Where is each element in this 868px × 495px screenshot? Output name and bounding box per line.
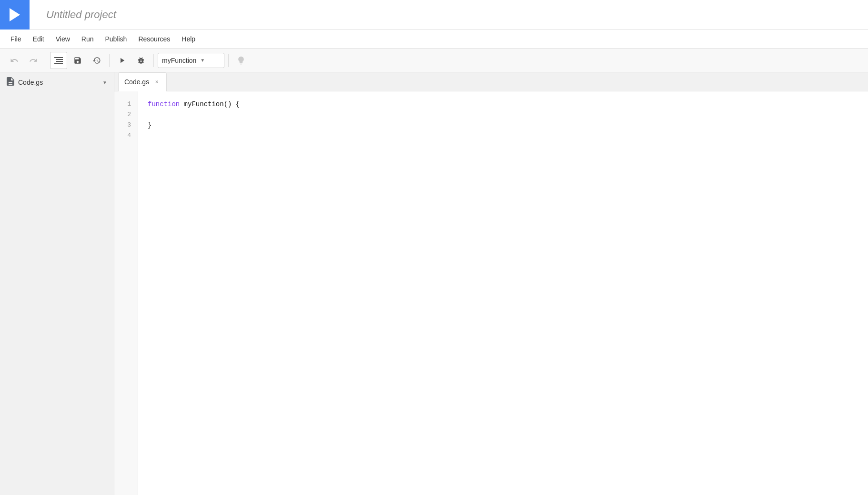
sidebar-file-dropdown-icon: ▼: [102, 80, 107, 85]
line-number-3: 3: [114, 120, 138, 130]
tab-bar: Code.gs ×: [114, 72, 868, 91]
function-dropdown-arrow-icon: ▼: [200, 58, 205, 63]
redo-button[interactable]: [25, 52, 42, 69]
menu-item-publish[interactable]: Publish: [99, 30, 132, 49]
debug-icon: [137, 56, 145, 65]
menu-item-view[interactable]: View: [50, 30, 76, 49]
code-line-1: function myFunction() {: [148, 99, 858, 109]
logo-button[interactable]: [0, 0, 30, 30]
code-editor[interactable]: 1 2 3 4 function myFunction() { }: [114, 91, 868, 495]
logo-arrow-icon: [10, 8, 20, 21]
save-icon: [73, 56, 82, 65]
function-name: myFunction: [162, 57, 196, 64]
svg-rect-2: [56, 61, 63, 62]
toolbar: myFunction ▼: [0, 49, 868, 72]
header: Untitled project: [0, 0, 868, 30]
file-icon: [7, 77, 14, 88]
svg-rect-3: [54, 63, 63, 64]
toolbar-separator-4: [228, 54, 229, 67]
menu-item-resources[interactable]: Resources: [132, 30, 176, 49]
redo-icon: [29, 56, 38, 65]
main-content: Code.gs ▼ Code.gs × 1 2 3 4 function myF…: [0, 72, 868, 495]
run-button[interactable]: [113, 52, 131, 69]
line-number-1: 1: [114, 99, 138, 109]
toolbar-separator-3: [153, 54, 154, 67]
code-content[interactable]: function myFunction() { }: [138, 91, 868, 495]
code-line-2: [148, 109, 858, 120]
code-line-3: }: [148, 120, 858, 130]
tab-close-button[interactable]: ×: [153, 78, 161, 86]
history-button[interactable]: [88, 52, 105, 69]
indent-icon: [54, 57, 63, 64]
toolbar-separator-1: [46, 54, 46, 67]
sidebar-item-code-gs[interactable]: Code.gs ▼: [0, 72, 114, 92]
menu-item-edit[interactable]: Edit: [27, 30, 50, 49]
undo-button[interactable]: [6, 52, 23, 69]
sidebar: Code.gs ▼: [0, 72, 114, 495]
sidebar-file-name: Code.gs: [18, 79, 99, 86]
svg-rect-0: [54, 57, 63, 58]
debug-button[interactable]: [132, 52, 150, 69]
tab-code-gs[interactable]: Code.gs ×: [118, 72, 167, 91]
run-icon: [118, 56, 126, 65]
undo-icon: [10, 56, 19, 65]
line-number-4: 4: [114, 130, 138, 141]
line-numbers: 1 2 3 4: [114, 91, 138, 495]
lightbulb-button[interactable]: [232, 52, 250, 69]
svg-rect-1: [56, 59, 63, 60]
lightbulb-icon: [236, 56, 246, 65]
menu-item-help[interactable]: Help: [176, 30, 201, 49]
menubar: File Edit View Run Publish Resources Hel…: [0, 30, 868, 49]
tab-label: Code.gs: [124, 78, 149, 86]
line-number-2: 2: [114, 109, 138, 120]
toolbar-separator-2: [109, 54, 110, 67]
editor-area: Code.gs × 1 2 3 4 function myFunction() …: [114, 72, 868, 495]
project-title[interactable]: Untitled project: [30, 9, 868, 21]
history-icon: [92, 56, 101, 65]
menu-item-file[interactable]: File: [5, 30, 27, 49]
menu-item-run[interactable]: Run: [76, 30, 100, 49]
function-selector[interactable]: myFunction ▼: [158, 53, 224, 68]
code-line-4: [148, 130, 858, 141]
save-button[interactable]: [69, 52, 86, 69]
indent-button[interactable]: [50, 52, 67, 69]
